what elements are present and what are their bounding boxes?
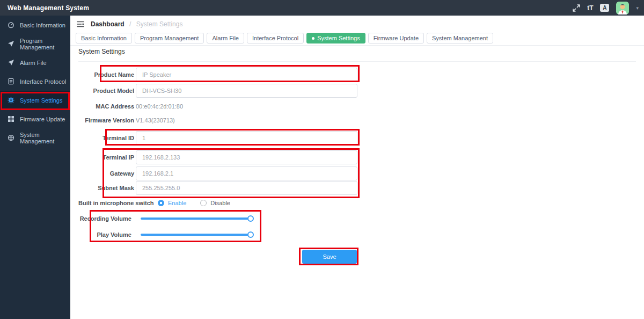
save-button[interactable]: Save xyxy=(302,250,357,264)
tab-label: Alarm File xyxy=(212,35,239,41)
sidebar-item-label: System Management xyxy=(20,132,70,144)
product-name-input[interactable] xyxy=(136,68,357,82)
breadcrumb-current: System Settings xyxy=(136,20,183,28)
mac-address-label: MAC Address xyxy=(70,99,134,113)
page-title: System Settings xyxy=(78,48,125,55)
gateway-label: Gateway xyxy=(70,166,134,180)
gear-icon xyxy=(8,97,14,104)
tab-system-settings[interactable]: System Settings xyxy=(306,33,365,44)
radio-enable[interactable]: Enable xyxy=(158,200,186,206)
tab-system-management[interactable]: System Management xyxy=(427,33,493,44)
send-icon xyxy=(8,40,14,47)
play-volume-slider[interactable] xyxy=(141,234,252,236)
breadcrumb-dashboard[interactable]: Dashboard xyxy=(91,20,125,28)
sidebar-item-alarm-file[interactable]: Alarm File xyxy=(0,53,70,72)
subnet-mask-input[interactable] xyxy=(136,181,357,195)
gateway-input[interactable] xyxy=(136,166,357,180)
radio-disable[interactable]: Disable xyxy=(200,200,230,206)
recording-volume-label: Recording Volume xyxy=(70,212,131,226)
sidebar-item-label: Firmware Update xyxy=(20,116,65,122)
sidebar-item-label: System Settings xyxy=(20,97,62,104)
recording-volume-slider[interactable] xyxy=(141,218,252,220)
mac-address-value: 00:e0:4c:2d:01:80 xyxy=(136,99,183,113)
tab-program-management[interactable]: Program Management xyxy=(135,33,204,44)
tab-label: Basic Information xyxy=(81,35,127,41)
fullscreen-icon[interactable] xyxy=(573,4,580,12)
tab-label: Program Management xyxy=(140,35,199,41)
sidebar-item-label: Interface Protocol xyxy=(20,78,66,85)
text-size-icon[interactable]: tT xyxy=(587,5,593,11)
grid-icon xyxy=(8,115,14,122)
mic-switch-label: Built in microphone switch xyxy=(78,196,154,210)
sidebar: Basic Information Program Management Ala… xyxy=(0,16,70,319)
breadcrumb-text: Dashboard / System Settings xyxy=(91,20,182,28)
section-divider xyxy=(78,61,636,62)
translate-icon[interactable]: A xyxy=(600,4,609,12)
firmware-version-label: Firmware Version xyxy=(70,113,134,127)
sidebar-item-interface-protocol[interactable]: Interface Protocol xyxy=(0,72,70,91)
gauge-icon xyxy=(8,21,14,28)
tab-label: Interface Protocol xyxy=(252,35,298,41)
avatar[interactable] xyxy=(616,2,629,15)
play-volume-label: Play Volume xyxy=(70,228,131,242)
tab-label: System Management xyxy=(432,35,488,41)
main-content: Dashboard / System Settings Basic Inform… xyxy=(70,16,644,319)
tab-label: System Settings xyxy=(317,35,360,41)
active-tab-dot-icon xyxy=(312,37,314,40)
mic-switch-radio-group: Enable Disable xyxy=(158,196,230,210)
terminal-id-label: Terminal ID xyxy=(70,131,134,145)
sidebar-item-system-settings[interactable]: System Settings xyxy=(0,91,70,110)
app-title: Web Management System xyxy=(8,4,89,12)
tab-label: Firmware Update xyxy=(374,35,419,41)
recording-volume-handle[interactable] xyxy=(247,215,254,222)
breadcrumb: Dashboard / System Settings xyxy=(70,16,644,33)
terminal-ip-label: Terminal IP xyxy=(70,150,134,164)
tab-alarm-file[interactable]: Alarm File xyxy=(207,33,244,44)
sidebar-item-label: Program Management xyxy=(20,38,70,50)
sidebar-item-label: Alarm File xyxy=(20,60,47,66)
radio-disable-label: Disable xyxy=(210,200,230,206)
sidebar-item-program-management[interactable]: Program Management xyxy=(0,34,70,53)
tab-interface-protocol[interactable]: Interface Protocol xyxy=(247,33,304,44)
chevron-down-icon[interactable]: ▾ xyxy=(636,5,639,11)
product-model-input[interactable] xyxy=(136,84,357,98)
breadcrumb-separator: / xyxy=(129,20,131,28)
product-name-label: Product Name xyxy=(70,68,134,82)
tab-firmware-update[interactable]: Firmware Update xyxy=(368,33,424,44)
sidebar-item-basic-information[interactable]: Basic Information xyxy=(0,16,70,34)
collapse-menu-icon[interactable] xyxy=(77,21,84,27)
tab-basic-information[interactable]: Basic Information xyxy=(76,33,132,44)
radio-enable-label: Enable xyxy=(168,200,186,206)
terminal-ip-input[interactable] xyxy=(136,150,357,164)
firmware-version-value: V1.43(230713) xyxy=(136,113,175,127)
tab-bar: Basic Information Program Management Ala… xyxy=(70,33,644,46)
play-volume-handle[interactable] xyxy=(247,231,254,238)
topbar-actions: tT A ▾ xyxy=(573,2,639,15)
sidebar-item-system-management[interactable]: System Management xyxy=(0,128,70,147)
sidebar-item-firmware-update[interactable]: Firmware Update xyxy=(0,110,70,128)
product-model-label: Product Model xyxy=(70,84,134,98)
globe-icon xyxy=(8,134,14,141)
subnet-mask-label: Subnet Mask xyxy=(70,181,134,195)
send-icon xyxy=(8,59,14,66)
sidebar-item-label: Basic Information xyxy=(20,22,65,28)
radio-unselected-icon xyxy=(200,200,207,206)
topbar: Web Management System tT A ▾ xyxy=(0,0,644,16)
terminal-id-input[interactable] xyxy=(136,131,357,145)
document-icon xyxy=(8,78,14,85)
radio-selected-icon xyxy=(158,200,164,206)
